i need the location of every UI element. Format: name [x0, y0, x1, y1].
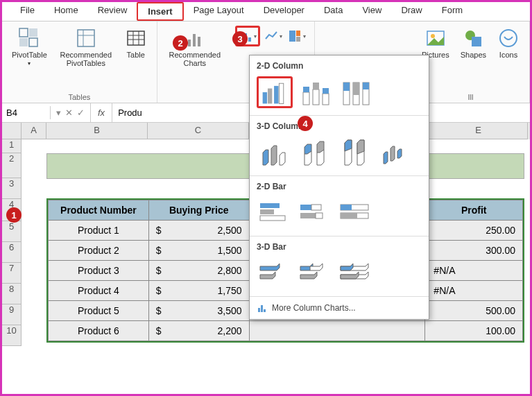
svg-rect-44	[260, 216, 285, 221]
tab-page-layout[interactable]: Page Layout	[184, 2, 254, 21]
tab-review[interactable]: Review	[88, 2, 137, 21]
icons-button[interactable]: Icons	[495, 26, 522, 60]
table-button[interactable]: Table	[122, 26, 150, 69]
col-header-a[interactable]: A	[22, 123, 46, 139]
row-header-10[interactable]: 10	[2, 325, 22, 346]
tab-draw[interactable]: Draw	[391, 2, 431, 21]
name-box[interactable]: B4	[2, 106, 51, 119]
callout-badge-2: 2	[173, 35, 188, 51]
svg-rect-41	[363, 83, 369, 89]
section-3d-bar: 3-D Bar	[250, 236, 429, 255]
recommended-pivot-label: Recommended PivotTables	[58, 51, 114, 67]
col-header-c[interactable]: C	[148, 123, 249, 139]
ribbon-tabs: File Home Review Insert Page Layout Deve…	[2, 2, 530, 21]
svg-rect-13	[193, 34, 196, 46]
svg-rect-17	[248, 37, 251, 42]
table-label: Table	[127, 51, 145, 59]
svg-rect-24	[472, 37, 481, 46]
select-all-corner[interactable]	[2, 123, 22, 139]
stacked-column-option[interactable]	[297, 76, 333, 108]
callout-badge-3: 3	[232, 31, 248, 46]
callout-badge-4: 4	[298, 116, 313, 131]
col-header-e[interactable]: E	[429, 123, 528, 139]
recommended-pivot-button[interactable]: Recommended PivotTables	[55, 26, 117, 69]
row-header-7[interactable]: 7	[2, 263, 22, 284]
svg-rect-4	[78, 30, 94, 46]
svg-rect-7	[128, 31, 144, 45]
line-chart-button[interactable]: ▾	[263, 26, 284, 46]
svg-rect-3	[29, 38, 37, 46]
shapes-label: Shapes	[461, 51, 486, 59]
svg-rect-14	[198, 37, 200, 46]
svg-rect-19	[296, 31, 300, 36]
svg-rect-28	[274, 86, 278, 104]
caret-down-icon[interactable]: ▾	[56, 107, 61, 118]
tab-home[interactable]: Home	[44, 2, 88, 21]
3d-column-option[interactable]	[377, 137, 413, 169]
row-header-1[interactable]: 1	[2, 139, 22, 153]
3d-100-stacked-column-option[interactable]	[337, 137, 373, 169]
clustered-column-option[interactable]	[257, 76, 293, 108]
row-header-8[interactable]: 8	[2, 284, 22, 304]
tab-data[interactable]: Data	[314, 2, 352, 21]
clustered-bar-option[interactable]	[257, 197, 293, 229]
section-2d-bar: 2-D Bar	[250, 176, 429, 194]
pivot-table-label: PivotTable	[12, 51, 47, 59]
chevron-down-icon: ▾	[303, 33, 306, 40]
row-header-2[interactable]: 2	[2, 153, 22, 178]
3d-clustered-column-option[interactable]	[257, 137, 293, 169]
fx-icon[interactable]: fx	[91, 103, 112, 122]
svg-point-22	[431, 34, 435, 38]
col-buying-price: Buying Price	[148, 200, 249, 221]
3d-stacked-bar-option[interactable]	[297, 257, 333, 289]
tab-insert[interactable]: Insert	[137, 2, 183, 21]
tab-file[interactable]: File	[10, 2, 44, 21]
formula-bar-buttons: ▾ ✕ ✓	[51, 103, 91, 122]
chevron-down-icon: ▾	[280, 33, 282, 40]
svg-rect-33	[313, 83, 319, 89]
3d-stacked-column-option[interactable]	[297, 137, 333, 169]
svg-rect-26	[263, 92, 267, 103]
svg-rect-27	[268, 89, 272, 104]
row-header-3[interactable]: 3	[2, 178, 22, 199]
stacked-bar-option[interactable]	[297, 197, 333, 229]
treemap-chart-button[interactable]: ▾	[286, 26, 307, 46]
row-header-6[interactable]: 6	[2, 242, 22, 263]
tab-formulas[interactable]: Form	[432, 2, 472, 21]
svg-rect-37	[343, 83, 350, 91]
svg-rect-45	[300, 205, 311, 210]
svg-rect-39	[353, 83, 359, 95]
svg-rect-34	[323, 94, 329, 105]
svg-rect-1	[29, 28, 37, 37]
svg-rect-0	[19, 28, 28, 37]
chevron-down-icon: ▾	[28, 60, 31, 67]
row-header-9[interactable]: 9	[2, 304, 22, 325]
illustrations-group-label: Ill	[419, 93, 522, 101]
more-charts-label: More Column Charts...	[272, 303, 356, 313]
100-stacked-column-option[interactable]	[337, 76, 373, 108]
svg-rect-47	[300, 213, 316, 218]
3d-clustered-bar-option[interactable]	[257, 257, 293, 289]
svg-rect-46	[311, 205, 321, 210]
svg-rect-31	[303, 87, 309, 92]
100-stacked-bar-option[interactable]	[337, 197, 373, 229]
svg-rect-48	[316, 213, 323, 218]
3d-100-stacked-bar-option[interactable]	[337, 257, 373, 289]
confirm-icon[interactable]: ✓	[77, 107, 85, 118]
pivot-table-button[interactable]: PivotTable ▾	[9, 26, 50, 69]
svg-rect-18	[289, 31, 295, 42]
more-column-charts-link[interactable]: More Column Charts...	[250, 297, 429, 315]
chevron-down-icon: ▾	[254, 33, 257, 40]
svg-rect-52	[341, 213, 357, 218]
cancel-icon[interactable]: ✕	[65, 107, 73, 118]
svg-rect-12	[188, 40, 191, 46]
shapes-button[interactable]: Shapes	[458, 26, 489, 60]
tab-view[interactable]: View	[352, 2, 391, 21]
col-header-b[interactable]: B	[46, 123, 148, 139]
svg-rect-43	[260, 209, 274, 214]
tab-developer[interactable]: Developer	[254, 2, 314, 21]
svg-rect-32	[313, 89, 319, 105]
table-row[interactable]: Product 6$2,200100.00	[49, 321, 523, 341]
section-2d-column: 2-D Column	[250, 55, 429, 74]
row-header-5[interactable]: 5	[2, 221, 22, 242]
